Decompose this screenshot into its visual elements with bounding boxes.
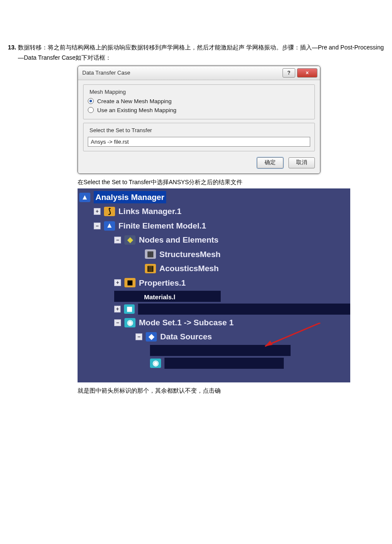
expander-icon[interactable]: − <box>114 237 121 243</box>
radio-use-existing-mapping[interactable]: Use an Existing Mesh Mapping <box>88 106 310 115</box>
expander-icon[interactable]: + <box>114 306 121 313</box>
acoustics-mesh-icon: ▤ <box>145 264 156 273</box>
data-sources-icon: ◆ <box>146 332 157 341</box>
tree-item-analysis-manager[interactable]: ▲ Analysis Manager <box>78 190 350 204</box>
hidden-node-icon: ◼ <box>124 304 135 314</box>
nodes-elements-icon: ◆ <box>124 235 135 245</box>
tree-label: Analysis Manager <box>94 191 166 203</box>
radio-create-new-mapping[interactable]: Create a New Mesh Mapping <box>88 97 310 106</box>
structures-mesh-icon: ▦ <box>145 249 156 259</box>
tree-item-acoustics-mesh[interactable]: ▤ AcousticsMesh <box>78 261 350 275</box>
radio-icon <box>88 107 94 113</box>
tree-label: Materials.l <box>144 292 175 302</box>
tree-label: Nodes and Elements <box>139 234 219 246</box>
radio-icon <box>88 98 94 104</box>
step-text: 数据转移：将之前与结构网格上的振动响应数据转移到声学网格上，然后才能激励起声 学… <box>18 43 387 63</box>
dialog-button-row: 确定 取消 <box>83 155 315 168</box>
dialog-body: Mesh Mapping Create a New Mesh Mapping U… <box>78 80 320 174</box>
cancel-button[interactable]: 取消 <box>288 157 315 168</box>
select-set-legend: Select the Set to Transfer <box>88 127 154 133</box>
tree-item-hidden-1[interactable]: + ◼ <box>78 303 350 315</box>
analysis-manager-icon: ▲ <box>79 193 90 202</box>
transfer-set-select[interactable]: Ansys -> file.rst <box>88 137 310 147</box>
hidden-leaf-icon: ◉ <box>150 359 161 368</box>
tree-label: AcousticsMesh <box>159 262 219 275</box>
document-page: 13. 数据转移：将之前与结构网格上的振动响应数据转移到声学网格上，然后才能激励… <box>0 0 392 412</box>
radio-label: Create a New Mesh Mapping <box>97 98 172 104</box>
model-tree-panel: ▲ Analysis Manager + ⟆ Links Manager.1 −… <box>78 188 350 382</box>
tree-item-links-manager[interactable]: + ⟆ Links Manager.1 <box>78 204 350 218</box>
step-13-heading: 13. 数据转移：将之前与结构网格上的振动响应数据转移到声学网格上，然后才能激励… <box>5 43 387 63</box>
tree-item-properties[interactable]: + ◼ Properties.1 <box>78 276 350 290</box>
expander-icon[interactable]: + <box>94 208 101 215</box>
expander-icon[interactable]: − <box>94 223 101 229</box>
mode-set-icon: ◉ <box>124 318 135 327</box>
mesh-mapping-legend: Mesh Mapping <box>88 89 127 95</box>
tree-item-materials[interactable]: Materials.l <box>78 290 350 303</box>
tree-item-nodes-elements[interactable]: − ◆ Nodes and Elements <box>78 233 350 247</box>
help-button[interactable]: ? <box>282 68 295 78</box>
tree-item-hidden-2[interactable] <box>78 344 350 357</box>
tree-label: Links Manager.1 <box>118 205 182 217</box>
select-set-group: Select the Set to Transfer Ansys -> file… <box>83 123 315 151</box>
expander-icon[interactable]: − <box>114 319 121 326</box>
mesh-mapping-group: Mesh Mapping Create a New Mesh Mapping U… <box>83 84 315 119</box>
tree-label: Finite Element Model.1 <box>118 220 206 232</box>
dialog-title: Data Transfer Case <box>82 69 281 76</box>
tree-item-hidden-3[interactable]: ◉ <box>78 357 350 370</box>
tree-item-data-sources[interactable]: − ◆ Data Sources <box>78 330 350 344</box>
tree-label: StructuresMesh <box>159 248 221 260</box>
caption-arrow-note: 就是图中箭头所标识的那个，其余都默认不变，点击确 <box>78 386 387 395</box>
caption-select-set: 在Select the Set to Transfer中选择ANSYS分析之后的… <box>78 177 387 187</box>
step-number: 13. <box>5 43 16 63</box>
dialog-titlebar: Data Transfer Case ? × <box>78 66 320 80</box>
data-transfer-case-dialog: Data Transfer Case ? × Mesh Mapping Crea… <box>78 66 320 174</box>
radio-label: Use an Existing Mesh Mapping <box>97 107 176 113</box>
expander-icon[interactable]: − <box>135 333 142 340</box>
ok-button[interactable]: 确定 <box>257 157 283 168</box>
tree-item-structures-mesh[interactable]: ▦ StructuresMesh <box>78 247 350 261</box>
properties-icon: ◼ <box>124 278 135 287</box>
links-manager-icon: ⟆ <box>104 207 115 216</box>
tree-label: Mode Set.1 -> Subcase 1 <box>139 316 233 329</box>
fem-icon: ▲ <box>104 221 115 231</box>
tree-label: Data Sources <box>160 330 212 343</box>
tree-item-mode-set[interactable]: − ◉ Mode Set.1 -> Subcase 1 <box>78 315 350 330</box>
tree-item-fem[interactable]: − ▲ Finite Element Model.1 <box>78 219 350 233</box>
close-button[interactable]: × <box>297 68 317 78</box>
expander-icon[interactable]: + <box>114 279 121 286</box>
tree-label: Properties.1 <box>139 277 186 289</box>
